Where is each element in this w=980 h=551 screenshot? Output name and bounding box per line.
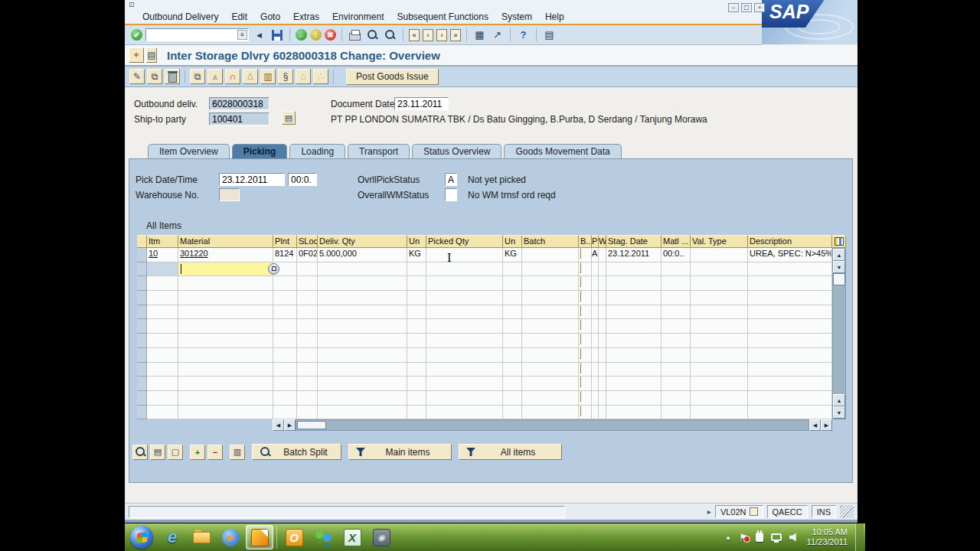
table-cell[interactable] bbox=[662, 319, 691, 334]
table-cell[interactable] bbox=[407, 348, 426, 363]
all-items-button[interactable]: All items bbox=[459, 444, 562, 460]
status-expand-icon[interactable]: ▸ bbox=[707, 507, 711, 516]
table-cell[interactable] bbox=[748, 319, 832, 334]
cancel-icon[interactable]: ✖ bbox=[325, 29, 336, 41]
cell-w[interactable] bbox=[599, 262, 606, 277]
scroll-up-icon[interactable]: ▲ bbox=[833, 394, 845, 406]
cell-picked-qty[interactable] bbox=[426, 262, 503, 277]
table-cell[interactable] bbox=[691, 305, 748, 320]
movie-maker-icon[interactable]: ◉ bbox=[368, 525, 395, 549]
material-input-cell[interactable] bbox=[178, 262, 273, 277]
table-cell[interactable] bbox=[178, 406, 273, 420]
table-cell[interactable] bbox=[426, 348, 503, 363]
col-material[interactable]: Material bbox=[178, 235, 273, 248]
select-all-header[interactable] bbox=[137, 235, 147, 248]
cell-description[interactable]: UREA, SPEC: N>45%, bbox=[748, 248, 832, 262]
cell-un2[interactable]: KG bbox=[503, 248, 522, 262]
table-cell[interactable] bbox=[606, 348, 662, 363]
network-icon[interactable] bbox=[771, 533, 782, 541]
table-cell[interactable] bbox=[147, 334, 178, 348]
table-cell[interactable] bbox=[662, 334, 691, 348]
tab-loading[interactable]: Loading bbox=[289, 144, 345, 158]
help-icon[interactable]: ? bbox=[516, 28, 531, 42]
table-cell[interactable] bbox=[407, 391, 426, 406]
table-cell[interactable] bbox=[503, 276, 522, 291]
table-cell[interactable] bbox=[407, 291, 426, 305]
table-cell[interactable] bbox=[606, 291, 662, 305]
cell-stag-date[interactable]: 23.12.2011 bbox=[606, 248, 662, 262]
table-cell[interactable] bbox=[426, 319, 503, 334]
table-cell[interactable] bbox=[426, 391, 503, 406]
table-cell[interactable] bbox=[407, 319, 426, 334]
menu-extras[interactable]: Extras bbox=[293, 11, 319, 22]
hscroll-thumb[interactable] bbox=[297, 421, 326, 429]
row-selector[interactable] bbox=[137, 391, 147, 406]
save-icon[interactable] bbox=[270, 28, 284, 42]
col-b[interactable]: B.. bbox=[579, 235, 592, 248]
previous-page-icon[interactable]: ‹ bbox=[423, 29, 433, 41]
table-cell[interactable] bbox=[599, 305, 606, 320]
table-cell[interactable] bbox=[503, 334, 522, 348]
table-cell[interactable] bbox=[273, 334, 297, 348]
table-cell[interactable] bbox=[503, 377, 522, 391]
table-cell[interactable] bbox=[748, 391, 832, 406]
batch-split-cell-button[interactable] bbox=[580, 276, 581, 287]
table-cell[interactable] bbox=[147, 291, 178, 305]
table-cell[interactable] bbox=[691, 291, 748, 305]
table-cell[interactable] bbox=[407, 305, 426, 320]
batch-split-cell-button[interactable] bbox=[580, 334, 581, 344]
scroll-down-icon[interactable]: ▼ bbox=[833, 261, 845, 273]
cell-material[interactable]: 301220 bbox=[178, 248, 273, 262]
cell-val-type[interactable] bbox=[691, 248, 748, 262]
internet-explorer-icon[interactable]: e bbox=[158, 525, 186, 549]
pick-date-field[interactable]: 23.12.2011 bbox=[219, 173, 285, 186]
tray-expand-icon[interactable]: ▲ bbox=[725, 534, 731, 541]
table-cell[interactable] bbox=[147, 363, 178, 377]
outlook-icon[interactable]: O bbox=[280, 525, 308, 549]
pack-icon[interactable]: ▥ bbox=[260, 69, 276, 84]
table-cell[interactable] bbox=[297, 406, 318, 420]
power-icon[interactable] bbox=[756, 533, 763, 542]
new-session-icon[interactable]: ▦ bbox=[472, 28, 487, 42]
minimize-button[interactable]: – bbox=[728, 3, 739, 12]
tab-item-overview[interactable]: Item Overview bbox=[148, 144, 230, 158]
table-cell[interactable] bbox=[178, 377, 273, 391]
col-matl[interactable]: Matl ... bbox=[662, 235, 691, 248]
table-cell[interactable] bbox=[748, 276, 832, 291]
menu-edit[interactable]: Edit bbox=[231, 11, 247, 22]
table-cell[interactable] bbox=[599, 291, 606, 305]
table-cell[interactable] bbox=[426, 276, 503, 291]
cell-un1[interactable] bbox=[407, 262, 426, 277]
table-cell[interactable] bbox=[147, 391, 178, 406]
cell-sloc[interactable] bbox=[297, 262, 318, 277]
row-selector[interactable] bbox=[137, 305, 147, 320]
table-cell[interactable] bbox=[592, 363, 599, 377]
table-cell[interactable] bbox=[426, 291, 503, 305]
table-cell[interactable] bbox=[503, 406, 522, 420]
table-cell[interactable] bbox=[691, 391, 748, 406]
find-next-icon[interactable] bbox=[383, 28, 397, 42]
scroll-right-icon[interactable]: ▶ bbox=[821, 419, 832, 431]
scroll-up-icon[interactable]: ▲ bbox=[833, 249, 845, 261]
row-selector[interactable] bbox=[137, 262, 147, 277]
copy-document-icon[interactable]: ⧉ bbox=[190, 69, 205, 84]
transaction-field[interactable]: VL02N bbox=[715, 505, 763, 518]
table-cell[interactable] bbox=[297, 291, 318, 305]
table-cell[interactable] bbox=[599, 406, 606, 420]
table-cell[interactable] bbox=[748, 363, 832, 377]
table-cell[interactable] bbox=[318, 391, 407, 406]
delete-icon[interactable] bbox=[165, 69, 180, 84]
table-cell[interactable] bbox=[426, 334, 503, 348]
table-cell[interactable] bbox=[147, 305, 178, 320]
table-cell[interactable] bbox=[662, 377, 691, 391]
table-cell[interactable] bbox=[592, 276, 599, 291]
table-cell[interactable] bbox=[147, 276, 178, 291]
table-cell[interactable] bbox=[147, 348, 178, 363]
enter-icon[interactable]: ✔ bbox=[131, 29, 142, 41]
cell-itm[interactable] bbox=[147, 262, 178, 277]
cell-sloc[interactable]: 0F02 bbox=[297, 248, 318, 262]
row-selector[interactable] bbox=[137, 319, 147, 334]
table-cell[interactable] bbox=[662, 276, 691, 291]
table-cell[interactable] bbox=[606, 334, 662, 348]
cell-batch[interactable] bbox=[522, 262, 579, 277]
